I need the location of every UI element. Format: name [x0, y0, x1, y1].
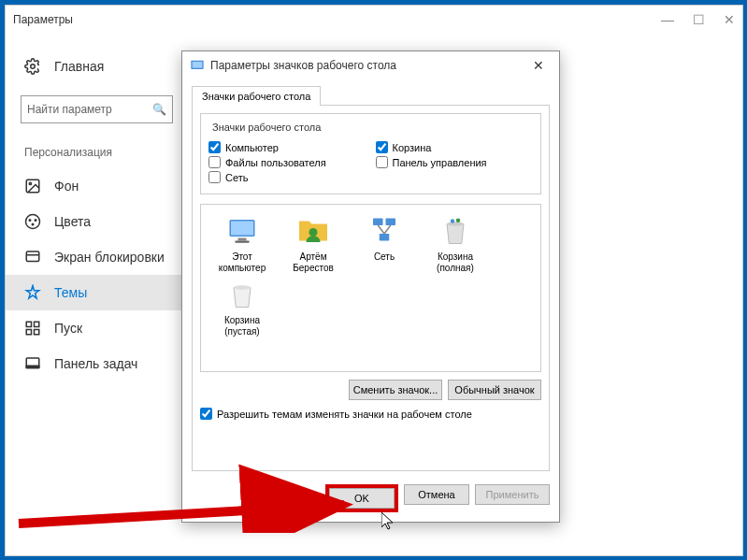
dialog-footer: OK Отмена Применить: [182, 479, 559, 522]
dialog-close-button[interactable]: ✕: [525, 58, 552, 73]
svg-rect-16: [193, 62, 203, 68]
checkbox-label: Панель управления: [393, 157, 487, 168]
icon-network[interactable]: Сеть: [351, 214, 418, 274]
icon-recyclebin-full[interactable]: Корзина (полная): [422, 214, 489, 274]
maximize-button[interactable]: ☐: [693, 12, 705, 27]
svg-point-4: [29, 220, 31, 222]
svg-rect-23: [386, 219, 396, 226]
nav-label: Темы: [54, 285, 87, 300]
gear-icon: [24, 58, 41, 75]
icon-preview-grid: Этот компьютер Артём Берестов Сеть Корзи…: [200, 204, 541, 372]
checkbox-recyclebin[interactable]: Корзина: [376, 141, 534, 153]
checkbox-label: Корзина: [393, 142, 432, 153]
svg-point-0: [31, 65, 36, 69]
apply-button[interactable]: Применить: [475, 484, 550, 505]
checkbox-userfiles[interactable]: Файлы пользователя: [208, 156, 366, 168]
svg-rect-19: [238, 238, 247, 241]
icon-this-pc[interactable]: Этот компьютер: [208, 214, 276, 274]
icon-label: Корзина (полная): [422, 251, 489, 274]
picture-icon: [24, 178, 41, 194]
change-icon-button[interactable]: Сменить значок...: [349, 380, 442, 400]
svg-line-25: [378, 225, 384, 234]
search-icon: 🔍: [152, 103, 166, 116]
svg-point-5: [35, 220, 36, 222]
nav-themes[interactable]: Темы: [6, 275, 188, 310]
desktop-icons-dialog: Параметры значков рабочего стола ✕ Значк…: [181, 50, 560, 523]
icon-label: Корзина (пустая): [208, 315, 276, 337]
bin-full-icon: [438, 214, 472, 248]
svg-rect-7: [26, 251, 39, 262]
svg-point-29: [456, 219, 461, 223]
svg-rect-9: [26, 322, 31, 326]
close-button[interactable]: ✕: [724, 12, 735, 27]
icon-label: Этот компьютер: [208, 251, 276, 274]
search-input[interactable]: Найти параметр 🔍: [21, 95, 173, 123]
user-folder-icon: [296, 214, 330, 248]
search-placeholder: Найти параметр: [27, 103, 112, 116]
svg-point-2: [29, 182, 31, 184]
checkbox-network-input[interactable]: [208, 171, 221, 183]
nav-colors[interactable]: Цвета: [6, 204, 188, 239]
nav-label: Пуск: [54, 321, 82, 336]
home-label: Главная: [54, 59, 104, 74]
svg-rect-22: [373, 219, 383, 226]
minimize-button[interactable]: —: [661, 12, 674, 27]
start-icon: [24, 320, 41, 337]
groupbox-title: Значки рабочего стола: [208, 122, 324, 133]
ok-highlight-annotation: OK: [325, 484, 398, 512]
nav-background[interactable]: Фон: [6, 168, 188, 204]
taskbar-icon: [24, 355, 41, 372]
lockscreen-icon: [24, 249, 41, 266]
nav-label: Экран блокировки: [54, 250, 165, 265]
settings-titlebar: Параметры — ☐ ✕: [6, 6, 742, 34]
svg-rect-11: [26, 330, 31, 335]
dialog-title: Параметры значков рабочего стола: [210, 59, 396, 72]
checkbox-recyclebin-input[interactable]: [376, 141, 388, 153]
svg-rect-14: [26, 366, 39, 367]
nav-label: Цвета: [54, 214, 91, 229]
dialog-content: Значки рабочего стола Компьютер Файлы по…: [192, 105, 550, 471]
svg-line-26: [384, 225, 391, 234]
tab-desktop-icons[interactable]: Значки рабочего стола: [192, 86, 321, 106]
icon-user-folder[interactable]: Артём Берестов: [280, 214, 347, 274]
settings-title: Параметры: [13, 13, 73, 26]
checkbox-label: Компьютер: [225, 142, 279, 153]
checkbox-network[interactable]: Сеть: [208, 171, 366, 183]
nav-label: Фон: [54, 179, 79, 194]
checkbox-computer[interactable]: Компьютер: [208, 141, 366, 153]
checkbox-userfiles-input[interactable]: [208, 156, 221, 168]
svg-rect-12: [35, 330, 39, 335]
nav-taskbar[interactable]: Панель задач: [6, 346, 188, 381]
checkbox-computer-input[interactable]: [208, 141, 221, 153]
nav-label: Панель задач: [54, 356, 137, 371]
dialog-titlebar: Параметры значков рабочего стола ✕: [182, 51, 559, 79]
bin-empty-icon: [225, 278, 259, 311]
home-nav-item[interactable]: Главная: [6, 50, 188, 82]
nav-lockscreen[interactable]: Экран блокировки: [6, 239, 188, 275]
icon-recyclebin-empty[interactable]: Корзина (пустая): [208, 278, 276, 337]
checkbox-label: Сеть: [225, 172, 248, 183]
category-label: Персонализация: [6, 142, 188, 168]
svg-rect-24: [380, 234, 390, 241]
allow-themes-checkbox[interactable]: Разрешить темам изменять значки на рабоч…: [200, 408, 541, 420]
dialog-icon: [190, 58, 205, 73]
ok-button[interactable]: OK: [329, 488, 395, 509]
checkbox-label: Файлы пользователя: [225, 157, 326, 168]
svg-point-30: [234, 285, 251, 290]
checkbox-controlpanel[interactable]: Панель управления: [376, 156, 534, 168]
svg-point-27: [447, 222, 464, 226]
checkbox-controlpanel-input[interactable]: [376, 156, 388, 168]
cancel-button[interactable]: Отмена: [404, 484, 469, 505]
svg-point-28: [451, 219, 455, 223]
svg-point-21: [309, 228, 318, 237]
allow-themes-input[interactable]: [200, 408, 212, 420]
svg-rect-10: [35, 322, 39, 326]
icon-label: Артём Берестов: [280, 251, 347, 274]
window-controls: — ☐ ✕: [661, 12, 735, 27]
computer-icon: [225, 214, 259, 248]
default-icon-button[interactable]: Обычный значок: [448, 380, 541, 400]
themes-icon: [24, 284, 41, 301]
dialog-tabs: Значки рабочего стола: [182, 79, 559, 105]
svg-point-3: [26, 215, 40, 229]
nav-start[interactable]: Пуск: [6, 310, 188, 346]
